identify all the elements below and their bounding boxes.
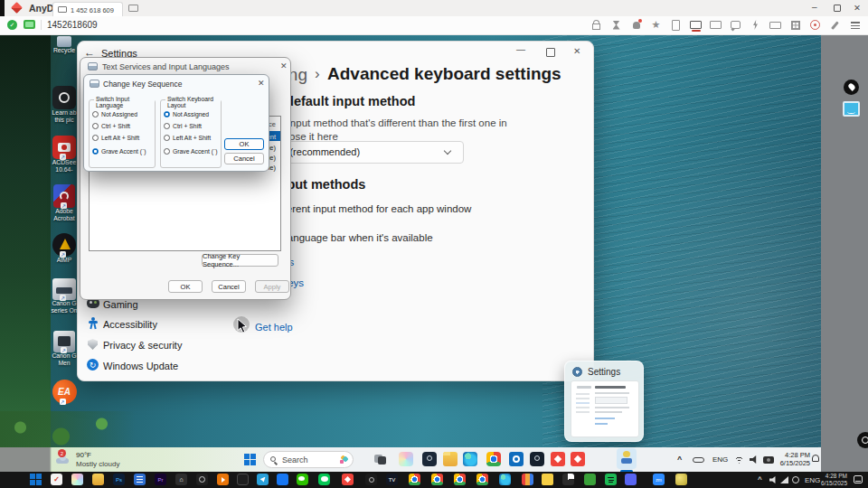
photoshop-icon[interactable]: Ps <box>113 474 125 485</box>
steam-icon-2[interactable] <box>530 452 544 466</box>
notification-bell-icon[interactable] <box>812 455 819 462</box>
media-play-icon[interactable] <box>217 474 229 485</box>
notification-center-icon[interactable] <box>854 475 863 483</box>
dial-icon[interactable] <box>196 474 208 485</box>
tray-chevron-up[interactable]: ^ <box>677 455 682 464</box>
radio-left-alt-shift[interactable] <box>164 135 170 141</box>
hourglass-icon[interactable] <box>610 19 622 31</box>
radio-not-assigned-selected[interactable] <box>164 111 170 117</box>
edge-icon[interactable] <box>463 452 477 466</box>
box-up-icon[interactable]: ⌂ <box>175 474 187 485</box>
pen-widget-icon[interactable] <box>844 80 859 95</box>
tray-clock[interactable]: 4:28 PM 6/15/2025 <box>818 473 847 487</box>
todo-check-icon[interactable]: ✓ <box>51 474 62 485</box>
close-button[interactable]: ✕ <box>854 3 861 13</box>
speaker-icon[interactable] <box>750 455 759 464</box>
settings-app-active[interactable] <box>617 448 637 469</box>
sticky-notes-icon[interactable] <box>542 474 553 485</box>
terminal-icon[interactable] <box>237 474 249 485</box>
cancel-button[interactable]: Cancel <box>212 280 246 293</box>
sidebar-item-accessibility[interactable]: Accessibility <box>103 319 157 330</box>
copilot-icon[interactable] <box>399 452 413 466</box>
anydesk-icon[interactable] <box>551 452 565 466</box>
minimize-button[interactable]: – <box>812 2 817 12</box>
get-help-link[interactable]: Get help <box>255 322 293 333</box>
green-app-icon[interactable] <box>584 474 596 485</box>
radio-left-alt-shift[interactable] <box>92 135 99 141</box>
file-explorer-icon[interactable] <box>92 474 104 485</box>
wechat-icon[interactable] <box>297 474 308 485</box>
camera-icon[interactable] <box>763 456 774 464</box>
record-icon[interactable] <box>809 19 821 31</box>
settings-taskbar-preview[interactable]: Settings <box>564 361 644 442</box>
radio-grave-accent-selected[interactable] <box>92 148 99 155</box>
favorites-star-icon[interactable]: ★ <box>650 19 662 31</box>
close-icon[interactable]: ✕ <box>280 61 288 70</box>
screen-widget-icon[interactable] <box>843 101 860 117</box>
telegram-icon[interactable] <box>257 474 269 485</box>
minimize-button[interactable]: — <box>516 44 525 54</box>
monitor-icon[interactable] <box>710 19 722 31</box>
remote-monitor-icon[interactable] <box>24 20 35 29</box>
notifications-icon[interactable] <box>630 19 642 31</box>
pie-chart-icon[interactable] <box>562 474 574 485</box>
onedrive-cloud-icon[interactable] <box>693 457 704 463</box>
session-tab[interactable]: 1 452 618 609 <box>52 2 123 16</box>
chrome-profile-2-icon[interactable] <box>431 474 443 485</box>
outlook-icon[interactable] <box>509 452 524 466</box>
chrome-profile-1-icon[interactable] <box>409 474 420 485</box>
paint-tool-icon[interactable] <box>675 474 687 485</box>
keyboard-icon[interactable] <box>769 19 781 31</box>
chrome-profile-4-icon[interactable] <box>476 474 488 485</box>
menu-icon[interactable] <box>849 19 861 31</box>
camera-wheel-icon[interactable] <box>365 474 377 485</box>
actions-bolt-icon[interactable] <box>750 19 761 31</box>
ok-button[interactable]: OK <box>224 138 264 150</box>
premiere-icon[interactable]: Pr <box>155 474 166 485</box>
new-file-icon[interactable] <box>670 19 682 31</box>
anydesk-icon[interactable] <box>342 474 354 485</box>
settings-gear-icon[interactable] <box>595 452 609 466</box>
calendar-icon[interactable] <box>134 474 146 485</box>
task-view-icon[interactable] <box>373 452 388 466</box>
desktop-icon-ea[interactable]: EA ↗ <box>43 380 85 404</box>
discord-icon[interactable] <box>625 474 637 485</box>
chrome-icon[interactable] <box>486 452 501 466</box>
search-box[interactable]: Search <box>263 451 354 468</box>
anydesk-icon-2[interactable] <box>571 452 585 466</box>
radio-grave-accent[interactable] <box>164 148 170 155</box>
steam-icon[interactable] <box>422 452 437 466</box>
draw-pencil-icon[interactable] <box>829 19 841 31</box>
radio-ctrl-shift[interactable] <box>92 123 99 129</box>
file-explorer-icon[interactable] <box>443 452 458 466</box>
tray-chevron-up[interactable]: ^ <box>758 475 762 483</box>
update-orb-icon[interactable] <box>792 476 799 483</box>
local-start-button[interactable] <box>30 474 42 485</box>
close-icon[interactable]: ✕ <box>258 79 265 88</box>
speaker-icon[interactable] <box>769 476 778 483</box>
lock-icon[interactable] <box>590 19 602 31</box>
copilot-icon[interactable] <box>71 474 83 485</box>
maximize-button[interactable] <box>546 48 555 57</box>
new-session-tab-icon[interactable] <box>128 5 138 12</box>
sidebar-item-windows-update[interactable]: Windows Update <box>103 361 178 371</box>
apply-button[interactable]: Apply <box>255 280 289 293</box>
start-button[interactable] <box>244 454 256 465</box>
tray-clock[interactable]: 4:28 PM 6/15/2025 <box>776 451 810 467</box>
sidebar-item-gaming[interactable]: Gaming <box>103 299 138 310</box>
wifi-icon[interactable] <box>734 455 744 464</box>
ok-button[interactable]: OK <box>168 280 203 293</box>
edge-icon[interactable] <box>499 474 511 485</box>
tray-language[interactable]: ENG <box>712 455 728 464</box>
line-icon[interactable] <box>318 474 330 485</box>
sidebar-item-privacy-security[interactable]: Privacy & security <box>103 340 182 351</box>
maximize-button[interactable] <box>834 5 841 12</box>
close-button[interactable]: ✕ <box>573 46 580 56</box>
weather-widget[interactable]: 2 90°F Mostly cloudy <box>52 447 179 472</box>
grid-icon[interactable] <box>789 19 801 31</box>
chrome-profile-3-icon[interactable] <box>454 474 466 485</box>
spotify-icon[interactable] <box>605 474 617 485</box>
cancel-button[interactable]: Cancel <box>224 153 264 164</box>
monitor-active-icon[interactable] <box>690 19 702 31</box>
zoom-icon[interactable]: zm <box>653 474 665 485</box>
